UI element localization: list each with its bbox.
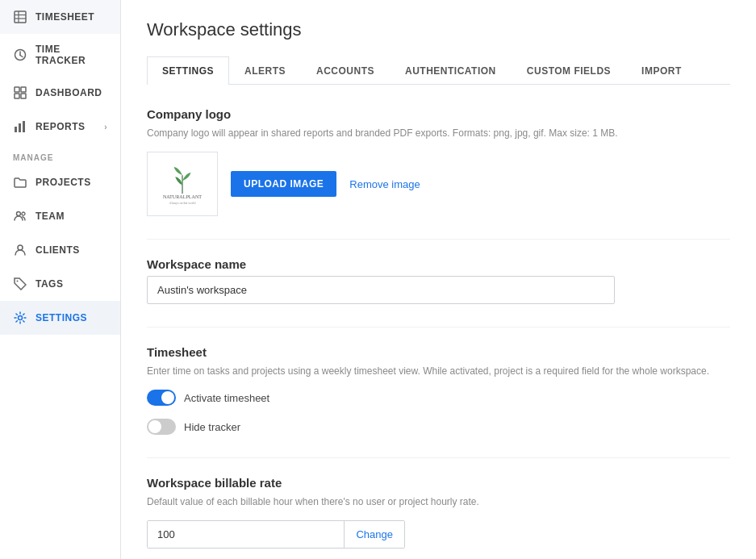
company-logo-section: Company logo Company logo will appear in… <box>147 107 730 216</box>
divider-3 <box>147 457 730 458</box>
sidebar-item-label: CLIENTS <box>36 244 80 256</box>
svg-text:NATURALPLANT: NATURALPLANT <box>163 194 202 199</box>
sidebar-item-team[interactable]: TEAM <box>0 199 120 233</box>
sidebar-item-reports[interactable]: REPORTS › <box>0 110 120 144</box>
svg-line-6 <box>20 56 23 57</box>
folder-icon <box>13 175 27 190</box>
workspace-name-title: Workspace name <box>147 257 730 271</box>
tab-authentication[interactable]: AUTHENTICATION <box>390 56 512 85</box>
sidebar-item-label: TEAM <box>36 211 65 222</box>
sidebar-item-label: TAGS <box>36 278 63 290</box>
manage-section-label: MANAGE <box>0 144 120 165</box>
tab-accounts[interactable]: ACCOUNTS <box>301 56 390 85</box>
upload-image-button[interactable]: UPLOAD IMAGE <box>231 171 336 197</box>
remove-image-link[interactable]: Remove image <box>349 178 420 190</box>
divider-1 <box>147 239 730 240</box>
toggle-knob <box>161 391 174 404</box>
tab-custom-fields[interactable]: CUSTOM FIELDS <box>512 56 626 85</box>
svg-point-16 <box>18 245 23 250</box>
sidebar-item-label: DASHBOARD <box>36 87 102 98</box>
billable-rate-input[interactable] <box>148 521 344 548</box>
page-title: Workspace settings <box>147 19 730 40</box>
workspace-name-section: Workspace name <box>147 257 730 304</box>
svg-rect-11 <box>15 127 17 132</box>
activate-timesheet-row: Activate timesheet <box>147 390 730 406</box>
svg-rect-13 <box>23 121 25 132</box>
toggle-knob-2 <box>148 420 161 433</box>
bar-chart-icon <box>13 119 27 134</box>
svg-point-18 <box>19 316 23 320</box>
timesheet-desc: Enter time on tasks and projects using a… <box>147 364 730 378</box>
sidebar-item-label: REPORTS <box>36 121 86 132</box>
svg-text:Always in this world: Always in this world <box>169 201 196 205</box>
hide-tracker-toggle[interactable] <box>147 419 176 435</box>
sidebar-item-label: PROJECTS <box>36 177 91 188</box>
activate-timesheet-label: Activate timesheet <box>184 392 269 404</box>
workspace-name-input[interactable] <box>147 276 615 304</box>
svg-rect-12 <box>19 123 21 132</box>
chevron-right-icon: › <box>104 123 107 131</box>
tab-alerts[interactable]: ALERTS <box>229 56 301 85</box>
tab-settings[interactable]: SETTINGS <box>147 56 229 85</box>
sidebar-item-timesheet[interactable]: TIMESHEET <box>0 0 120 34</box>
grid-icon <box>13 86 27 100</box>
timesheet-section: Timesheet Enter time on tasks and projec… <box>147 345 730 435</box>
tag-icon <box>13 277 27 291</box>
sidebar-item-label: SETTINGS <box>36 312 87 323</box>
svg-rect-10 <box>21 94 26 98</box>
company-logo-desc: Company logo will appear in shared repor… <box>147 126 730 140</box>
billable-rate-desc: Default value of each billable hour when… <box>147 494 730 509</box>
sidebar-item-projects[interactable]: PROJECTS <box>0 165 120 199</box>
svg-rect-8 <box>21 87 26 92</box>
svg-rect-0 <box>15 11 26 23</box>
svg-point-15 <box>22 212 25 215</box>
svg-point-14 <box>17 212 21 216</box>
company-logo-title: Company logo <box>147 107 730 121</box>
person-icon <box>13 243 27 257</box>
billable-rate-section: Workspace billable rate Default value of… <box>147 476 730 549</box>
tab-import[interactable]: IMPORT <box>626 56 697 85</box>
sidebar-item-label: TIMESHEET <box>36 11 94 23</box>
sidebar-item-settings[interactable]: SETTINGS <box>0 301 120 335</box>
sidebar-item-clients[interactable]: CLIENTS <box>0 233 120 267</box>
gear-icon <box>13 311 27 325</box>
svg-point-17 <box>17 281 19 282</box>
svg-rect-7 <box>15 87 19 92</box>
clock-icon <box>13 48 27 62</box>
activate-timesheet-toggle[interactable] <box>147 390 176 406</box>
billable-rate-title: Workspace billable rate <box>147 476 730 490</box>
logo-svg: NATURALPLANT Always in this world <box>154 158 211 211</box>
logo-row: NATURALPLANT Always in this world UPLOAD… <box>147 152 730 216</box>
sidebar-item-time-tracker[interactable]: TIME TRACKER <box>0 34 120 76</box>
sidebar-item-dashboard[interactable]: DASHBOARD <box>0 76 120 110</box>
svg-rect-9 <box>15 94 19 98</box>
hide-tracker-row: Hide tracker <box>147 419 730 435</box>
sidebar-item-tags[interactable]: TAGS <box>0 267 120 301</box>
billable-rate-row: Change <box>147 520 405 549</box>
logo-preview: NATURALPLANT Always in this world <box>147 152 218 216</box>
sidebar: TIMESHEET TIME TRACKER DASHBOARD <box>0 0 121 559</box>
table-icon <box>13 10 27 24</box>
timesheet-title: Timesheet <box>147 345 730 359</box>
tabs: SETTINGS ALERTS ACCOUNTS AUTHENTICATION … <box>147 56 730 85</box>
hide-tracker-label: Hide tracker <box>184 421 240 433</box>
main-content: Workspace settings SETTINGS ALERTS ACCOU… <box>121 0 756 559</box>
people-icon <box>13 209 27 223</box>
sidebar-item-label: TIME TRACKER <box>36 44 107 66</box>
divider-2 <box>147 327 730 327</box>
change-rate-button[interactable]: Change <box>344 521 404 548</box>
